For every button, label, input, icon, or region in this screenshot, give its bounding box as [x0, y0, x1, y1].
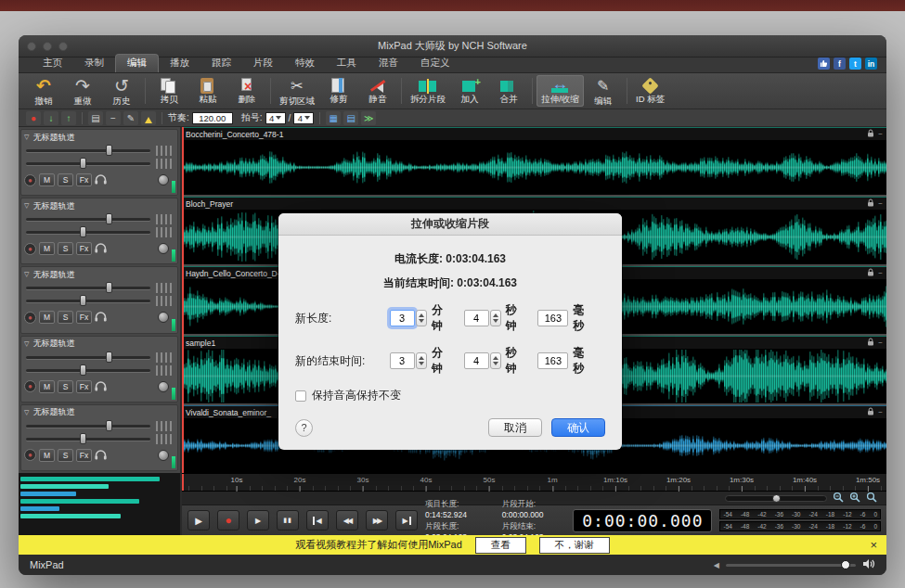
facebook-icon[interactable]: f: [834, 58, 846, 70]
import-down-icon[interactable]: ↓: [44, 111, 58, 125]
collapse-clip-icon[interactable]: −: [878, 269, 883, 277]
copy-button[interactable]: 拷贝: [149, 75, 188, 107]
mute-button[interactable]: M: [39, 449, 55, 462]
gain-knob[interactable]: [158, 450, 169, 461]
new-length-ms-input[interactable]: [537, 310, 568, 326]
collapse-triangle-icon[interactable]: ▽: [24, 271, 29, 278]
snap-icon[interactable]: [141, 111, 156, 125]
scrub-record-icon[interactable]: ●: [26, 111, 41, 125]
new-end-minutes-input[interactable]: [390, 352, 415, 369]
bookmark-icon[interactable]: −: [106, 111, 121, 125]
lock-icon[interactable]: [867, 129, 874, 139]
tab-effects[interactable]: 特效: [284, 55, 326, 72]
track-title-row[interactable]: ▽ 无标题轨道: [24, 268, 175, 281]
waveform-body[interactable]: [182, 140, 886, 195]
cancel-button[interactable]: 取消: [488, 418, 542, 437]
new-length-minutes-input[interactable]: [390, 310, 415, 326]
arm-record-button[interactable]: ●: [24, 174, 36, 186]
zoom-out-icon[interactable]: [833, 490, 844, 506]
collapse-clip-icon[interactable]: −: [878, 130, 883, 138]
playhead-line[interactable]: [182, 127, 184, 473]
tab-clip[interactable]: 片段: [242, 55, 284, 72]
stretch-shrink-button[interactable]: ↔ 拉伸/收缩: [537, 75, 584, 107]
fx-button[interactable]: Fx: [76, 380, 92, 393]
volume-slider[interactable]: [24, 419, 175, 432]
lock-icon[interactable]: [867, 268, 874, 278]
headphone-icon[interactable]: [95, 240, 107, 257]
play-button[interactable]: ▶: [187, 510, 210, 530]
tab-edit[interactable]: 编辑: [115, 54, 159, 72]
list-view-icon[interactable]: ▤: [343, 111, 358, 125]
mute-button[interactable]: M: [39, 311, 55, 324]
timeline-ruler[interactable]: 10s 20s 30s 40s 50s 1m 1m:10s 1m:20s 1m:…: [182, 473, 886, 492]
volume-slider[interactable]: [24, 281, 175, 294]
track-title-row[interactable]: ▽ 无标题轨道: [24, 338, 175, 351]
confirm-button[interactable]: 确认: [551, 418, 605, 437]
fx-button[interactable]: Fx: [76, 173, 92, 186]
record-button[interactable]: ●: [217, 510, 239, 530]
zoom-fit-icon[interactable]: [866, 490, 877, 506]
tab-record[interactable]: 录制: [73, 55, 115, 72]
headphone-icon[interactable]: [95, 447, 107, 464]
solo-button[interactable]: S: [58, 380, 73, 393]
headphone-icon[interactable]: [95, 309, 107, 326]
fx-button[interactable]: Fx: [76, 311, 92, 324]
watch-button[interactable]: 查看: [475, 537, 526, 554]
marker-icon[interactable]: ▤: [88, 111, 103, 125]
cut-region-button[interactable]: ✂ 剪切区域: [275, 75, 319, 107]
history-button[interactable]: ↺ 历史: [102, 75, 141, 107]
collapse-clip-icon[interactable]: −: [878, 339, 883, 347]
fast-forward-icon[interactable]: ≫: [361, 111, 376, 125]
like-icon[interactable]: [818, 58, 830, 70]
arm-record-button[interactable]: ●: [24, 243, 36, 255]
clip-header[interactable]: Boccherini_Concerto_478-1 −: [182, 127, 886, 140]
gain-knob[interactable]: [158, 243, 169, 254]
id-tags-button[interactable]: ID 标签: [631, 75, 670, 107]
new-length-seconds-input[interactable]: [464, 310, 489, 326]
volume-min-icon[interactable]: ◀: [714, 561, 719, 569]
paste-button[interactable]: 粘贴: [188, 75, 227, 107]
volume-slider[interactable]: [726, 564, 856, 567]
linkedin-icon[interactable]: in: [865, 58, 877, 70]
mute-button[interactable]: M: [39, 173, 55, 186]
arm-record-button[interactable]: ●: [24, 449, 36, 461]
time-signature-bottom-select[interactable]: 4: [293, 112, 314, 124]
pan-slider[interactable]: [24, 294, 175, 307]
draw-pencil-icon[interactable]: ✎: [123, 111, 138, 125]
merge-button[interactable]: 合并: [489, 75, 528, 107]
tab-mix[interactable]: 混音: [368, 55, 409, 72]
track-title-row[interactable]: ▽ 无标题轨道: [24, 199, 175, 212]
tab-track[interactable]: 跟踪: [200, 55, 242, 72]
collapse-triangle-icon[interactable]: ▽: [24, 340, 29, 348]
tempo-input[interactable]: [192, 112, 233, 124]
tab-tools[interactable]: 工具: [326, 55, 368, 72]
trim-button[interactable]: 修剪: [319, 75, 358, 107]
seconds-stepper[interactable]: [490, 352, 501, 369]
keep-pitch-checkbox[interactable]: [295, 390, 306, 402]
rewind-button[interactable]: ◀◀: [336, 510, 358, 530]
gain-knob[interactable]: [158, 174, 169, 185]
track-title-row[interactable]: ▽ 无标题轨道: [24, 131, 175, 144]
skip-to-start-button[interactable]: ◀: [306, 510, 329, 530]
delete-button[interactable]: × 删除: [227, 75, 266, 107]
dismiss-button[interactable]: 不，谢谢: [539, 537, 610, 554]
gain-knob[interactable]: [158, 381, 169, 392]
solo-button[interactable]: S: [58, 311, 73, 324]
tab-customize[interactable]: 自定义: [409, 55, 461, 72]
seconds-stepper[interactable]: [490, 310, 501, 326]
pan-slider[interactable]: [24, 432, 175, 445]
zoom-slider[interactable]: [725, 495, 827, 502]
pan-slider[interactable]: [24, 364, 175, 377]
arm-record-button[interactable]: ●: [24, 312, 36, 324]
volume-slider[interactable]: [24, 144, 175, 157]
waveform-canvas[interactable]: [182, 140, 886, 195]
minutes-stepper[interactable]: [416, 310, 427, 326]
grid-view-icon[interactable]: ▦: [326, 111, 341, 125]
mute-tool-button[interactable]: 静音: [358, 75, 397, 107]
lock-icon[interactable]: [867, 407, 874, 417]
new-end-seconds-input[interactable]: [464, 352, 489, 369]
pan-slider[interactable]: [24, 225, 175, 238]
join-button[interactable]: + 加入: [450, 75, 489, 107]
collapse-triangle-icon[interactable]: ▽: [24, 409, 29, 416]
collapse-clip-icon[interactable]: −: [878, 408, 883, 416]
